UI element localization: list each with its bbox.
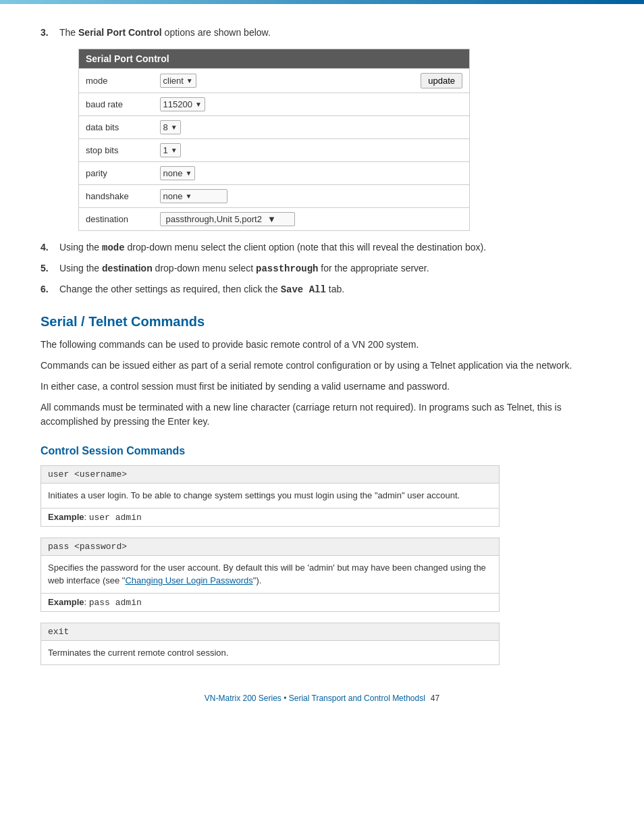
spc-row-databits: data bits 8 ▼ xyxy=(79,116,470,139)
update-button[interactable]: update xyxy=(421,73,462,88)
spc-value-stopbits: 1 ▼ xyxy=(153,139,470,162)
mode-value: client xyxy=(163,76,184,86)
step-4-number: 4. xyxy=(41,242,54,253)
step-3: 3. The Serial Port Control options are s… xyxy=(41,27,603,38)
serial-port-control-table: Serial Port Control mode client ▼ update xyxy=(78,49,470,231)
step-3-content: The Serial Port Control options are show… xyxy=(59,27,603,38)
handshake-select[interactable]: none ▼ xyxy=(160,189,227,203)
spc-label-baudrate: baud rate xyxy=(79,93,153,116)
parity-arrow-icon: ▼ xyxy=(185,170,192,177)
step-3-number: 3. xyxy=(41,27,54,38)
stopbits-arrow-icon: ▼ xyxy=(171,147,178,154)
stopbits-value: 1 xyxy=(163,145,168,155)
page-footer: VN-Matrix 200 Series • Serial Transport … xyxy=(0,694,644,703)
cmd-user-example: Example: user admin xyxy=(41,509,499,526)
databits-value: 8 xyxy=(163,122,168,132)
cmd-block-exit: exit Terminates the current remote contr… xyxy=(41,623,500,666)
cmd-pass-header: pass <password> xyxy=(41,538,499,556)
spc-label-mode: mode xyxy=(79,69,153,93)
handshake-arrow-icon: ▼ xyxy=(185,192,192,200)
databits-select[interactable]: 8 ▼ xyxy=(160,120,181,134)
cmd-pass-example: Example: pass admin xyxy=(41,594,499,611)
spc-row-parity: parity none ▼ xyxy=(79,162,470,185)
spc-update-cell: update xyxy=(303,69,470,93)
subsection-title: Control Session Commands xyxy=(41,445,603,457)
spc-label-stopbits: stop bits xyxy=(79,139,153,162)
footer-page: 47 xyxy=(431,694,439,703)
footer-title: VN-Matrix 200 Series • Serial Transport … xyxy=(205,694,425,703)
spc-label-parity: parity xyxy=(79,162,153,185)
spc-row-destination: destination passthrough,Unit 5,port2 ▼ xyxy=(79,208,470,231)
cmd-user-header: user <username> xyxy=(41,466,499,484)
cmd-pass-example-label: Example xyxy=(48,597,84,607)
cmd-pass-example-code: pass admin xyxy=(89,598,142,608)
step-6-text2: tab. xyxy=(326,284,344,294)
spc-row-stopbits: stop bits 1 ▼ xyxy=(79,139,470,162)
baudrate-arrow-icon: ▼ xyxy=(195,101,202,108)
step-4-bold1: mode xyxy=(102,242,125,253)
step-6-number: 6. xyxy=(41,284,54,294)
spc-value-baudrate: 115200 ▼ xyxy=(153,93,470,116)
spc-value-mode: client ▼ xyxy=(153,69,304,93)
cmd-user-example-code: user admin xyxy=(89,513,142,523)
step-5-text2: drop-down menu select xyxy=(153,263,256,273)
spc-value-destination: passthrough,Unit 5,port2 ▼ xyxy=(153,208,470,231)
step-5: 5. Using the destination drop-down menu … xyxy=(41,263,603,274)
section-title: Serial / Telnet Commands xyxy=(41,314,603,330)
baudrate-select[interactable]: 115200 ▼ xyxy=(160,97,205,111)
step-3-text2: options are shown below. xyxy=(162,27,271,38)
cmd-exit-desc: Terminates the current remote control se… xyxy=(41,641,499,665)
step-5-content: Using the destination drop-down menu sel… xyxy=(59,263,603,274)
spc-label-destination: destination xyxy=(79,208,153,231)
step-6-bold1: Save All xyxy=(281,284,326,295)
stopbits-select[interactable]: 1 ▼ xyxy=(160,143,181,157)
spc-value-handshake: none ▼ xyxy=(153,185,470,208)
step-3-bold: Serial Port Control xyxy=(78,27,162,38)
spc-table-header: Serial Port Control xyxy=(79,49,470,69)
parity-select[interactable]: none ▼ xyxy=(160,166,196,180)
body-text-1: The following commands can be used to pr… xyxy=(41,338,603,352)
step-6: 6. Change the other settings as required… xyxy=(41,284,603,295)
spc-label-handshake: handshake xyxy=(79,185,153,208)
step-4-text2: drop-down menu select the client option … xyxy=(125,242,486,253)
spc-row-mode: mode client ▼ update xyxy=(79,69,470,93)
destination-arrow-icon: ▼ xyxy=(267,214,276,224)
body-text-2: Commands can be issued either as part of… xyxy=(41,359,603,373)
spc-row-baudrate: baud rate 115200 ▼ xyxy=(79,93,470,116)
handshake-value: none xyxy=(163,191,183,201)
step-4: 4. Using the mode drop-down menu select … xyxy=(41,242,603,253)
step-6-content: Change the other settings as required, t… xyxy=(59,284,603,295)
spc-value-databits: 8 ▼ xyxy=(153,116,470,139)
mode-select[interactable]: client ▼ xyxy=(160,74,196,88)
cmd-user-desc: Initiates a user login. To be able to ch… xyxy=(41,484,499,509)
cmd-exit-header: exit xyxy=(41,623,499,641)
step-5-number: 5. xyxy=(41,263,54,273)
cmd-pass-link[interactable]: Changing User Login Passwords xyxy=(125,575,252,585)
databits-arrow-icon: ▼ xyxy=(171,124,178,131)
body-text-4: All commands must be terminated with a n… xyxy=(41,400,603,429)
destination-value: passthrough,Unit 5,port2 xyxy=(166,214,262,224)
step-4-content: Using the mode drop-down menu select the… xyxy=(59,242,603,253)
cmd-user-example-label: Example xyxy=(48,512,84,522)
step-5-bold2: passthrough xyxy=(256,263,318,274)
cmd-block-pass: pass <password> Specifies the password f… xyxy=(41,538,500,612)
spc-row-handshake: handshake none ▼ xyxy=(79,185,470,208)
baudrate-value: 115200 xyxy=(163,99,192,109)
cmd-pass-desc: Specifies the password for the user acco… xyxy=(41,556,499,594)
parity-value: none xyxy=(163,168,183,178)
cmd-block-user: user <username> Initiates a user login. … xyxy=(41,465,500,527)
body-text-3: In either case, a control session must f… xyxy=(41,380,603,394)
step-5-text3: for the appropriate server. xyxy=(318,263,429,273)
mode-arrow-icon: ▼ xyxy=(186,77,193,84)
destination-select[interactable]: passthrough,Unit 5,port2 ▼ xyxy=(160,212,295,226)
spc-value-parity: none ▼ xyxy=(153,162,470,185)
step-5-bold1: destination xyxy=(102,263,153,273)
spc-label-databits: data bits xyxy=(79,116,153,139)
